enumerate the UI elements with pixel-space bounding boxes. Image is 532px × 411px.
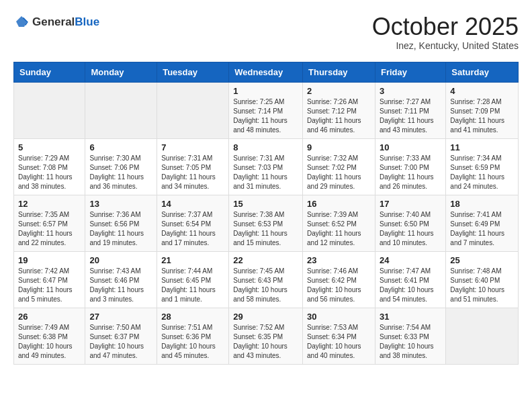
column-header-wednesday: Wednesday — [229, 62, 303, 82]
day-number: 10 — [380, 142, 441, 152]
day-info: Sunrise: 7:35 AM Sunset: 6:57 PM Dayligh… — [18, 210, 81, 248]
day-info: Sunrise: 7:48 AM Sunset: 6:40 PM Dayligh… — [450, 267, 514, 304]
column-header-sunday: Sunday — [14, 62, 85, 82]
day-number: 4 — [450, 86, 514, 96]
calendar-cell: 15Sunrise: 7:38 AM Sunset: 6:53 PM Dayli… — [229, 195, 303, 251]
day-number: 7 — [161, 142, 224, 152]
day-number: 29 — [233, 312, 298, 322]
day-info: Sunrise: 7:37 AM Sunset: 6:54 PM Dayligh… — [161, 210, 224, 248]
day-number: 3 — [380, 86, 441, 96]
day-info: Sunrise: 7:38 AM Sunset: 6:53 PM Dayligh… — [233, 210, 298, 248]
day-info: Sunrise: 7:52 AM Sunset: 6:35 PM Dayligh… — [233, 323, 298, 361]
calendar-cell: 23Sunrise: 7:46 AM Sunset: 6:42 PM Dayli… — [303, 251, 375, 308]
calendar-cell: 17Sunrise: 7:40 AM Sunset: 6:50 PM Dayli… — [375, 195, 445, 251]
day-number: 18 — [450, 199, 514, 209]
calendar-cell — [14, 82, 85, 138]
calendar-cell: 18Sunrise: 7:41 AM Sunset: 6:49 PM Dayli… — [446, 195, 519, 251]
calendar-cell — [85, 82, 157, 138]
day-info: Sunrise: 7:36 AM Sunset: 6:56 PM Dayligh… — [89, 210, 152, 248]
calendar-cell: 30Sunrise: 7:53 AM Sunset: 6:34 PM Dayli… — [303, 308, 375, 364]
day-info: Sunrise: 7:49 AM Sunset: 6:38 PM Dayligh… — [18, 323, 81, 361]
day-info: Sunrise: 7:43 AM Sunset: 6:46 PM Dayligh… — [89, 267, 152, 304]
day-info: Sunrise: 7:28 AM Sunset: 7:09 PM Dayligh… — [450, 97, 514, 135]
day-info: Sunrise: 7:34 AM Sunset: 6:59 PM Dayligh… — [450, 154, 514, 191]
day-number: 22 — [233, 255, 298, 265]
day-number: 1 — [233, 86, 298, 96]
day-number: 24 — [380, 255, 441, 265]
day-info: Sunrise: 7:32 AM Sunset: 7:02 PM Dayligh… — [307, 154, 371, 191]
column-header-saturday: Saturday — [446, 62, 519, 82]
calendar-cell: 8Sunrise: 7:31 AM Sunset: 7:03 PM Daylig… — [229, 138, 303, 195]
day-number: 13 — [89, 199, 152, 209]
calendar-cell: 21Sunrise: 7:44 AM Sunset: 6:45 PM Dayli… — [157, 251, 229, 308]
day-number: 31 — [380, 312, 441, 322]
calendar-cell: 13Sunrise: 7:36 AM Sunset: 6:56 PM Dayli… — [85, 195, 157, 251]
day-number: 25 — [450, 255, 514, 265]
calendar-table: SundayMondayTuesdayWednesdayThursdayFrid… — [13, 62, 519, 365]
logo-blue: Blue — [75, 15, 99, 28]
day-number: 17 — [380, 199, 441, 209]
calendar-cell: 22Sunrise: 7:45 AM Sunset: 6:43 PM Dayli… — [229, 251, 303, 308]
calendar-cell — [446, 308, 519, 364]
day-info: Sunrise: 7:41 AM Sunset: 6:49 PM Dayligh… — [450, 210, 514, 248]
day-info: Sunrise: 7:54 AM Sunset: 6:33 PM Dayligh… — [380, 323, 441, 361]
column-header-thursday: Thursday — [303, 62, 375, 82]
calendar-cell: 27Sunrise: 7:50 AM Sunset: 6:37 PM Dayli… — [85, 308, 157, 364]
day-info: Sunrise: 7:30 AM Sunset: 7:06 PM Dayligh… — [89, 154, 152, 191]
day-number: 11 — [450, 142, 514, 152]
calendar-cell: 7Sunrise: 7:31 AM Sunset: 7:05 PM Daylig… — [157, 138, 229, 195]
calendar-week-row: 5Sunrise: 7:29 AM Sunset: 7:08 PM Daylig… — [14, 138, 519, 195]
logo-icon — [13, 13, 30, 30]
calendar-cell: 11Sunrise: 7:34 AM Sunset: 6:59 PM Dayli… — [446, 138, 519, 195]
day-number: 16 — [307, 199, 371, 209]
day-number: 21 — [161, 255, 224, 265]
calendar-cell: 5Sunrise: 7:29 AM Sunset: 7:08 PM Daylig… — [14, 138, 85, 195]
day-info: Sunrise: 7:27 AM Sunset: 7:11 PM Dayligh… — [380, 97, 441, 135]
day-info: Sunrise: 7:47 AM Sunset: 6:41 PM Dayligh… — [380, 267, 441, 304]
day-info: Sunrise: 7:42 AM Sunset: 6:47 PM Dayligh… — [18, 267, 81, 304]
calendar-cell: 6Sunrise: 7:30 AM Sunset: 7:06 PM Daylig… — [85, 138, 157, 195]
logo-general: General — [32, 15, 75, 28]
day-info: Sunrise: 7:40 AM Sunset: 6:50 PM Dayligh… — [380, 210, 441, 248]
calendar-cell: 25Sunrise: 7:48 AM Sunset: 6:40 PM Dayli… — [446, 251, 519, 308]
column-header-friday: Friday — [375, 62, 445, 82]
day-info: Sunrise: 7:29 AM Sunset: 7:08 PM Dayligh… — [18, 154, 81, 191]
calendar-header-row: SundayMondayTuesdayWednesdayThursdayFrid… — [14, 62, 519, 82]
day-info: Sunrise: 7:51 AM Sunset: 6:36 PM Dayligh… — [161, 323, 224, 361]
day-info: Sunrise: 7:31 AM Sunset: 7:03 PM Dayligh… — [233, 154, 298, 191]
calendar-week-row: 26Sunrise: 7:49 AM Sunset: 6:38 PM Dayli… — [14, 308, 519, 364]
calendar-title: October 2025 — [372, 13, 519, 40]
day-info: Sunrise: 7:25 AM Sunset: 7:14 PM Dayligh… — [233, 97, 298, 135]
calendar-cell: 19Sunrise: 7:42 AM Sunset: 6:47 PM Dayli… — [14, 251, 85, 308]
calendar-cell: 31Sunrise: 7:54 AM Sunset: 6:33 PM Dayli… — [375, 308, 445, 364]
calendar-subtitle: Inez, Kentucky, United States — [372, 40, 519, 51]
calendar-cell — [157, 82, 229, 138]
column-header-tuesday: Tuesday — [157, 62, 229, 82]
day-info: Sunrise: 7:31 AM Sunset: 7:05 PM Dayligh… — [161, 154, 224, 191]
calendar-cell: 26Sunrise: 7:49 AM Sunset: 6:38 PM Dayli… — [14, 308, 85, 364]
calendar-week-row: 1Sunrise: 7:25 AM Sunset: 7:14 PM Daylig… — [14, 82, 519, 138]
calendar-cell: 4Sunrise: 7:28 AM Sunset: 7:09 PM Daylig… — [446, 82, 519, 138]
day-info: Sunrise: 7:44 AM Sunset: 6:45 PM Dayligh… — [161, 267, 224, 304]
day-number: 8 — [233, 142, 298, 152]
calendar-cell: 3Sunrise: 7:27 AM Sunset: 7:11 PM Daylig… — [375, 82, 445, 138]
calendar-cell: 16Sunrise: 7:39 AM Sunset: 6:52 PM Dayli… — [303, 195, 375, 251]
day-number: 12 — [18, 199, 81, 209]
day-number: 23 — [307, 255, 371, 265]
day-info: Sunrise: 7:33 AM Sunset: 7:00 PM Dayligh… — [380, 154, 441, 191]
calendar-cell: 20Sunrise: 7:43 AM Sunset: 6:46 PM Dayli… — [85, 251, 157, 308]
calendar-cell: 24Sunrise: 7:47 AM Sunset: 6:41 PM Dayli… — [375, 251, 445, 308]
day-number: 19 — [18, 255, 81, 265]
calendar-cell: 29Sunrise: 7:52 AM Sunset: 6:35 PM Dayli… — [229, 308, 303, 364]
day-info: Sunrise: 7:50 AM Sunset: 6:37 PM Dayligh… — [89, 323, 152, 361]
day-number: 27 — [89, 312, 152, 322]
day-number: 2 — [307, 86, 371, 96]
day-number: 28 — [161, 312, 224, 322]
day-number: 26 — [18, 312, 81, 322]
day-info: Sunrise: 7:26 AM Sunset: 7:12 PM Dayligh… — [307, 97, 371, 135]
day-info: Sunrise: 7:53 AM Sunset: 6:34 PM Dayligh… — [307, 323, 371, 361]
day-info: Sunrise: 7:39 AM Sunset: 6:52 PM Dayligh… — [307, 210, 371, 248]
calendar-cell: 14Sunrise: 7:37 AM Sunset: 6:54 PM Dayli… — [157, 195, 229, 251]
calendar-week-row: 12Sunrise: 7:35 AM Sunset: 6:57 PM Dayli… — [14, 195, 519, 251]
title-block: October 2025 Inez, Kentucky, United Stat… — [372, 13, 519, 51]
